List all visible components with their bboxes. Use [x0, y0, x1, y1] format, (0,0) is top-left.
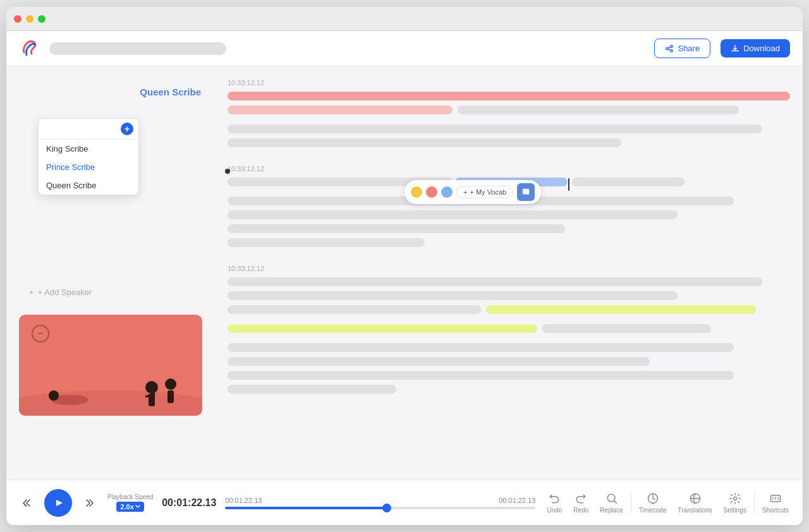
timecode-icon [647, 492, 659, 505]
tool-divider-2 [754, 493, 755, 513]
video-illustration [19, 353, 202, 416]
redo-label: Redo [573, 507, 588, 514]
header: Share Download [6, 31, 803, 66]
transcript-block-2: 10:33:12.12 + + My Voc [228, 165, 790, 252]
svg-point-0 [671, 45, 673, 47]
playback-speed-label: Playback Speed [107, 493, 153, 500]
progress-container: 00:01:22.13 00:01:22.13 [225, 497, 535, 509]
settings-icon [729, 492, 741, 505]
svg-point-20 [733, 497, 736, 500]
video-thumbnail[interactable]: − [19, 315, 202, 416]
progress-times: 00:01:22.13 00:01:22.13 [225, 497, 535, 504]
progress-current: 00:01:22.13 [225, 497, 262, 504]
svg-point-8 [145, 381, 158, 394]
add-speaker-plus-icon: + [29, 287, 34, 297]
queen-scribe-label[interactable]: Queen Scribe [140, 87, 211, 97]
rewind-button[interactable]: 5 [16, 493, 37, 513]
fast-forward-icon [83, 497, 96, 509]
play-icon [53, 498, 63, 508]
speaker-search-input[interactable] [44, 124, 118, 134]
progress-fill [225, 507, 386, 509]
timecode-tool[interactable]: Timecode [635, 490, 671, 516]
timestamp-3: 10:33:12.12 [228, 265, 790, 272]
titlebar [6, 7, 803, 31]
vocab-label: + My Vocab [470, 188, 506, 196]
svg-line-4 [669, 49, 671, 50]
fast-forward-button[interactable] [80, 493, 100, 513]
speed-value: 2.0x [120, 503, 133, 511]
transcript-content: 10:33:12.12 10:33:12.12 [221, 66, 803, 480]
download-icon [731, 44, 739, 53]
speaker-dropdown: + King Scribe Prince Scribe Queen Scribe [38, 118, 139, 195]
play-button[interactable] [44, 489, 72, 517]
minimize-dot[interactable] [26, 15, 33, 23]
close-dot[interactable] [14, 15, 21, 23]
svg-point-7 [49, 390, 59, 401]
add-speaker-btn[interactable]: + [121, 123, 133, 135]
cursor-dot [225, 169, 230, 174]
progress-track[interactable] [225, 507, 535, 509]
replace-icon [605, 492, 618, 505]
video-minus-icon: − [32, 325, 49, 342]
timestamp-1: 10:33:12.12 [228, 79, 790, 87]
svg-line-3 [669, 47, 671, 48]
tool-divider-1 [631, 493, 631, 513]
share-button[interactable]: Share [654, 39, 710, 58]
undo-label: Undo [547, 507, 562, 514]
dropdown-item-queen[interactable]: Queen Scribe [39, 176, 138, 195]
timestamp-2: 10:33:12.12 [228, 165, 790, 172]
my-vocab-btn[interactable]: + + My Vocab [456, 186, 513, 198]
highlight-red-btn[interactable] [426, 186, 437, 198]
shortcuts-icon [769, 492, 782, 505]
bottom-bar: 5 Playback Speed 2.0x 00:01 [6, 480, 803, 525]
rewind-icon: 5 [20, 497, 33, 509]
svg-point-11 [165, 378, 176, 390]
document-title-bar [49, 42, 226, 55]
svg-text:5: 5 [24, 503, 26, 507]
share-label: Share [678, 44, 700, 53]
undo-tool[interactable]: Undo [543, 490, 566, 516]
settings-tool[interactable]: Settings [720, 490, 750, 516]
replace-tool[interactable]: Replace [596, 490, 627, 516]
translations-tool[interactable]: Translations [674, 490, 716, 516]
playback-speed-control[interactable]: Playback Speed 2.0x [107, 493, 153, 512]
timecode-display: 00:01:22.13 [161, 497, 217, 509]
redo-icon [575, 492, 587, 505]
dropdown-search-row: + [39, 119, 138, 140]
transcript-block-3: 10:33:12.12 [228, 265, 790, 399]
add-speaker-label: + Add Speaker [38, 287, 92, 297]
comment-icon [521, 188, 530, 196]
speed-dropdown-icon [135, 505, 140, 509]
download-button[interactable]: Download [721, 39, 790, 57]
share-icon [665, 44, 674, 53]
dropdown-item-king[interactable]: King Scribe [39, 140, 138, 158]
transcript-block-1: 10:33:12.12 [228, 79, 790, 152]
dropdown-item-prince[interactable]: Prince Scribe [39, 158, 138, 176]
app-window: Share Download Queen Scribe + King [6, 7, 803, 525]
maximize-dot[interactable] [38, 15, 46, 23]
svg-point-2 [671, 49, 673, 52]
svg-point-5 [19, 390, 202, 416]
shortcuts-tool[interactable]: Shortcuts [758, 490, 793, 516]
add-speaker-link[interactable]: + + Add Speaker [19, 282, 221, 302]
svg-rect-12 [167, 390, 174, 403]
translations-icon [689, 492, 702, 505]
main-area: Queen Scribe + King Scribe Prince Scribe… [6, 66, 803, 480]
progress-end: 00:01:22.13 [499, 497, 535, 504]
app-logo [19, 37, 39, 60]
progress-thumb[interactable] [382, 504, 391, 512]
svg-point-1 [666, 47, 669, 50]
highlight-yellow-btn[interactable] [411, 186, 422, 198]
bottom-tools: Undo Redo Replace [543, 490, 793, 516]
highlight-blue-btn[interactable] [441, 186, 453, 198]
download-label: Download [743, 44, 780, 53]
timecode-label: Timecode [639, 507, 667, 514]
text-toolbar: + + My Vocab [404, 180, 541, 204]
undo-icon [548, 492, 561, 505]
left-panel: Queen Scribe + King Scribe Prince Scribe… [6, 66, 221, 480]
translations-label: Translations [678, 507, 712, 514]
redo-tool[interactable]: Redo [569, 490, 592, 516]
svg-line-17 [614, 500, 616, 503]
speed-badge[interactable]: 2.0x [116, 502, 143, 512]
comment-btn[interactable] [517, 183, 535, 201]
